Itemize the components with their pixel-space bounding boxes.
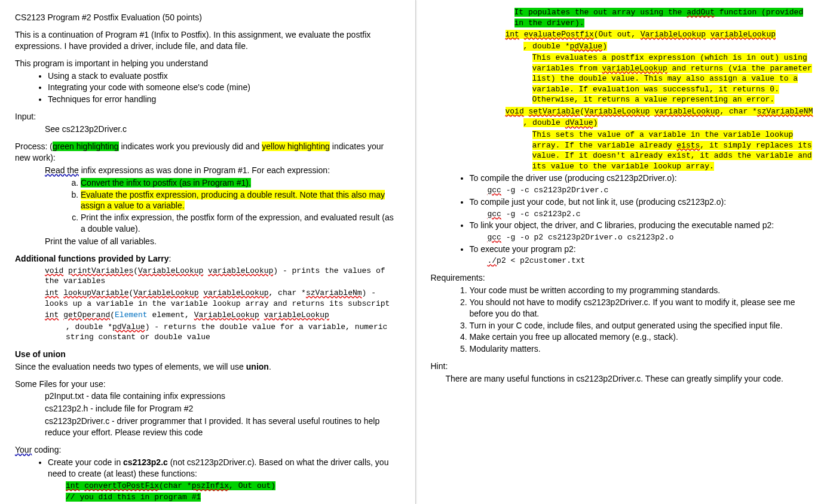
eval-type: VariableLookup — [641, 30, 706, 39]
yellow-highlight-label: yellow highlighting — [262, 142, 330, 151]
param-3: szVariableNm — [306, 288, 362, 297]
compile-driver-bullet: To compile the driver use (producing cs2… — [470, 173, 816, 195]
union-t2: union — [246, 362, 269, 371]
step-a: Convert the infix to postfix (as in Prog… — [81, 177, 400, 189]
eval-param: variableLookup — [710, 30, 776, 39]
comma-char: , char * — [269, 288, 306, 297]
setv-l2c: ) — [593, 118, 598, 127]
additional-functions-label: Additional functions provided by Larry: — [15, 253, 400, 265]
kw-int: int — [45, 288, 59, 297]
page-2: It populates the out array using the add… — [416, 0, 831, 504]
gcc-1: gcc — [488, 186, 501, 195]
union-t1: Since the evaluation needs two types of … — [15, 362, 246, 371]
type-1: VariableLookup — [138, 266, 203, 275]
conv-int: int — [66, 481, 79, 490]
read-line: Read the infix expressions as was done i… — [45, 165, 400, 176]
setv-param: variableLookup — [654, 107, 719, 116]
compile-yours-bullet: To compile just your code, but not link … — [470, 196, 816, 219]
your-coding-label: Your coding: — [15, 444, 400, 456]
input-see: See cs2123p2Driver.c — [45, 124, 400, 135]
fn3-l2a: , double * — [66, 322, 112, 331]
expression-steps: Convert the infix to postfix (as in Prog… — [15, 177, 400, 235]
title: CS2123 Program #2 Postfix Evaluation (50… — [15, 12, 400, 23]
setv-line2: , double dValue) — [523, 118, 816, 128]
union-text: Since the evaluation needs two types of … — [15, 361, 400, 373]
bullet-stack: Using a stack to evaluate postfix — [48, 70, 400, 82]
eval-desc: This evaluates a postfix expression (whi… — [532, 53, 816, 105]
conv-close: , Out out) — [229, 481, 275, 490]
your-bullet-1: Create your code in cs2123p2.c (not cs21… — [48, 457, 400, 480]
exec-text: To execute your program p2: — [470, 244, 576, 254]
fn-name: printVariables — [68, 266, 133, 275]
gcc-3: gcc — [488, 233, 501, 242]
param-1: variableLookup — [208, 266, 273, 275]
req-3: Turn in your C code, include files, and … — [470, 320, 816, 331]
elem-param: element, — [148, 311, 194, 319]
cmd2-rest: -g -c cs2123p2.c — [501, 210, 581, 219]
cmd1-rest: -g -c cs2123p2Driver.c — [501, 186, 608, 195]
eval-line2: , double *pdValue) — [523, 41, 816, 52]
eval-name: evaluatePostfix — [524, 30, 594, 39]
convert-sig: int convertToPostFix(char *pszInfix, Out… — [66, 481, 400, 491]
bullet-error: Techniques for error handling — [48, 94, 400, 105]
hint-label: Hint: — [431, 361, 816, 372]
setv-l2b: dValue — [565, 118, 593, 127]
step-c: Print the infix expression, the postfix … — [81, 212, 400, 235]
file-3: cs2123p2Driver.c - driver programmer tha… — [45, 416, 400, 438]
print-all: Print the value of all variables. — [45, 236, 400, 247]
param-2: variableLookup — [203, 288, 268, 297]
build-bullets: To compile the driver use (producing cs2… — [431, 173, 816, 266]
setv-sig: void setVariable(VariableLookup variable… — [506, 106, 816, 117]
read-rest: infix expressions as was done in Program… — [79, 165, 330, 175]
req-2: You should not have to modify cs2123p2Dr… — [470, 297, 816, 319]
setv-desc: This sets the value of a variable in the… — [532, 130, 816, 171]
type-vl3: VariableLookup — [194, 311, 259, 319]
cmd4-lead: ./ — [488, 256, 497, 265]
bullet-integrate: Integrating your code with someone else'… — [48, 82, 400, 93]
conv-open: (char * — [159, 481, 192, 490]
addl-bold: Additional functions provided by Larry — [15, 254, 169, 263]
intro-paragraph: This is a continuation of Program #1 (In… — [15, 29, 400, 52]
green-highlight-label: green highlighting — [53, 142, 119, 151]
param-vl3: variableLookup — [264, 311, 329, 319]
cmd4-rest: p2 < p2customer.txt — [497, 256, 585, 265]
cmd3-rest: -g -o p2 cs2123p2Driver.o cs2123p2.o — [501, 233, 674, 242]
req-1: Your code must be written according to m… — [470, 285, 816, 296]
your-rest: coding: — [32, 445, 61, 454]
eval-l2b: pdValue — [570, 42, 603, 51]
convert-comment: // you did this in program #1 — [66, 492, 400, 503]
setv-l2a: , double — [523, 118, 565, 127]
compile-yours-text: To compile just your code, but not link … — [470, 197, 727, 207]
files-label: Some Files for your use: — [15, 379, 400, 390]
yb1-a: Create your code in — [48, 457, 123, 467]
kw-void: void — [45, 266, 63, 275]
requirements-list: Your code must be written according to m… — [431, 285, 816, 355]
requirements-label: Requirements: — [431, 272, 816, 284]
fn-getoperand: int getOperand(Element element, Variable… — [45, 310, 400, 321]
fn-printvariables: void printVariables(VariableLookup varia… — [45, 266, 400, 287]
eval-int: int — [506, 30, 519, 39]
document-two-page-view: CS2123 Program #2 Postfix Evaluation (50… — [0, 0, 830, 504]
pop-2: addOut — [687, 8, 715, 17]
input-label: Input: — [15, 111, 400, 122]
exec-bullet: To execute your program p2: ./p2 < p2cus… — [470, 244, 816, 266]
eval-open: (Out out, — [594, 30, 641, 39]
step-c-text: Print the infix expression, the postfix … — [81, 213, 394, 233]
type-2: VariableLookup — [133, 288, 198, 297]
file-1: p2Input.txt - data file containing infix… — [45, 391, 400, 402]
eval-l2a: , double * — [523, 42, 570, 51]
link-text: To link your object, the driver, and C l… — [470, 220, 774, 230]
req-5: Modularity matters. — [470, 343, 816, 355]
conv-name: convertToPostFix — [84, 481, 159, 490]
conv-param: pszInfix — [192, 481, 229, 490]
process-mid: indicates work you previously did and — [119, 142, 262, 151]
setv-void: void — [506, 107, 524, 116]
kw-int-3: int — [45, 311, 59, 319]
conv-comment-text: // you did this in program #1 — [66, 493, 201, 502]
read-lead: Read the — [45, 165, 79, 175]
fn-lookupvariable: int lookupVariable(VariableLookup variab… — [45, 288, 400, 309]
populate-line: It populates the out array using the add… — [514, 7, 816, 28]
file-2: cs2123p2.h - include file for Program #2 — [45, 403, 400, 414]
importance-paragraph: This program is important in helping you… — [15, 58, 400, 69]
fn3-name: getOperand — [63, 311, 110, 319]
